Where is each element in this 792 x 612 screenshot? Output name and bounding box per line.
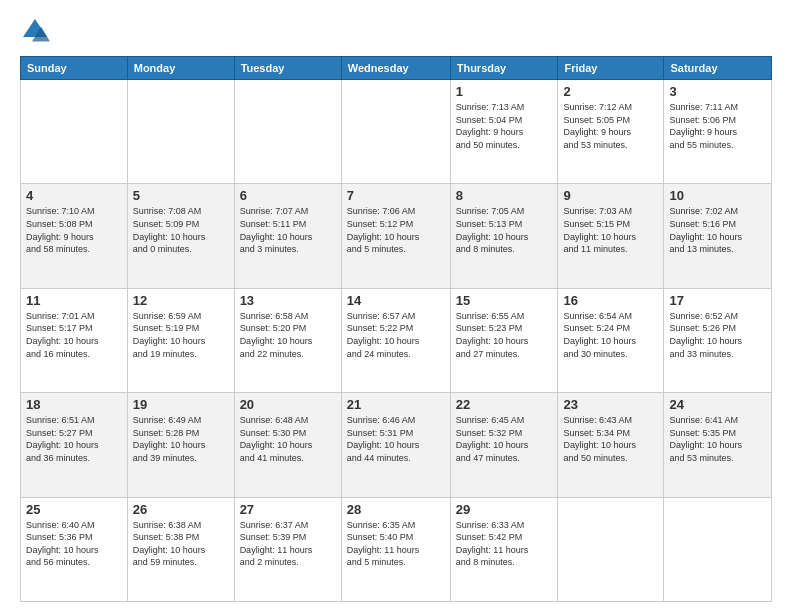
- day-header-thursday: Thursday: [450, 57, 558, 80]
- calendar-cell: 8Sunrise: 7:05 AM Sunset: 5:13 PM Daylig…: [450, 184, 558, 288]
- calendar-cell: 15Sunrise: 6:55 AM Sunset: 5:23 PM Dayli…: [450, 288, 558, 392]
- calendar-cell: 22Sunrise: 6:45 AM Sunset: 5:32 PM Dayli…: [450, 393, 558, 497]
- calendar-cell: 23Sunrise: 6:43 AM Sunset: 5:34 PM Dayli…: [558, 393, 664, 497]
- cell-day-number: 3: [669, 84, 766, 99]
- cell-info: Sunrise: 6:43 AM Sunset: 5:34 PM Dayligh…: [563, 414, 658, 464]
- cell-day-number: 8: [456, 188, 553, 203]
- calendar-cell: 17Sunrise: 6:52 AM Sunset: 5:26 PM Dayli…: [664, 288, 772, 392]
- calendar-cell: 27Sunrise: 6:37 AM Sunset: 5:39 PM Dayli…: [234, 497, 341, 601]
- cell-info: Sunrise: 6:48 AM Sunset: 5:30 PM Dayligh…: [240, 414, 336, 464]
- week-row-1: 4Sunrise: 7:10 AM Sunset: 5:08 PM Daylig…: [21, 184, 772, 288]
- cell-day-number: 1: [456, 84, 553, 99]
- cell-day-number: 7: [347, 188, 445, 203]
- calendar-cell: 3Sunrise: 7:11 AM Sunset: 5:06 PM Daylig…: [664, 80, 772, 184]
- calendar-cell: 21Sunrise: 6:46 AM Sunset: 5:31 PM Dayli…: [341, 393, 450, 497]
- cell-info: Sunrise: 7:05 AM Sunset: 5:13 PM Dayligh…: [456, 205, 553, 255]
- day-header-sunday: Sunday: [21, 57, 128, 80]
- cell-info: Sunrise: 6:45 AM Sunset: 5:32 PM Dayligh…: [456, 414, 553, 464]
- calendar-body: 1Sunrise: 7:13 AM Sunset: 5:04 PM Daylig…: [21, 80, 772, 602]
- cell-info: Sunrise: 6:57 AM Sunset: 5:22 PM Dayligh…: [347, 310, 445, 360]
- calendar-cell: [127, 80, 234, 184]
- cell-day-number: 21: [347, 397, 445, 412]
- calendar-cell: 28Sunrise: 6:35 AM Sunset: 5:40 PM Dayli…: [341, 497, 450, 601]
- cell-day-number: 22: [456, 397, 553, 412]
- calendar-header: SundayMondayTuesdayWednesdayThursdayFrid…: [21, 57, 772, 80]
- cell-day-number: 18: [26, 397, 122, 412]
- cell-info: Sunrise: 6:52 AM Sunset: 5:26 PM Dayligh…: [669, 310, 766, 360]
- cell-day-number: 11: [26, 293, 122, 308]
- cell-info: Sunrise: 7:08 AM Sunset: 5:09 PM Dayligh…: [133, 205, 229, 255]
- day-header-saturday: Saturday: [664, 57, 772, 80]
- week-row-0: 1Sunrise: 7:13 AM Sunset: 5:04 PM Daylig…: [21, 80, 772, 184]
- cell-info: Sunrise: 6:46 AM Sunset: 5:31 PM Dayligh…: [347, 414, 445, 464]
- header: [20, 16, 772, 46]
- cell-info: Sunrise: 6:58 AM Sunset: 5:20 PM Dayligh…: [240, 310, 336, 360]
- calendar-cell: 11Sunrise: 7:01 AM Sunset: 5:17 PM Dayli…: [21, 288, 128, 392]
- cell-day-number: 28: [347, 502, 445, 517]
- cell-info: Sunrise: 6:59 AM Sunset: 5:19 PM Dayligh…: [133, 310, 229, 360]
- cell-info: Sunrise: 6:41 AM Sunset: 5:35 PM Dayligh…: [669, 414, 766, 464]
- calendar-cell: 16Sunrise: 6:54 AM Sunset: 5:24 PM Dayli…: [558, 288, 664, 392]
- cell-day-number: 23: [563, 397, 658, 412]
- cell-day-number: 20: [240, 397, 336, 412]
- calendar-cell: 18Sunrise: 6:51 AM Sunset: 5:27 PM Dayli…: [21, 393, 128, 497]
- calendar-cell: 1Sunrise: 7:13 AM Sunset: 5:04 PM Daylig…: [450, 80, 558, 184]
- calendar-cell: [664, 497, 772, 601]
- logo-icon: [20, 16, 50, 46]
- calendar-cell: 7Sunrise: 7:06 AM Sunset: 5:12 PM Daylig…: [341, 184, 450, 288]
- calendar-cell: 5Sunrise: 7:08 AM Sunset: 5:09 PM Daylig…: [127, 184, 234, 288]
- calendar-cell: 14Sunrise: 6:57 AM Sunset: 5:22 PM Dayli…: [341, 288, 450, 392]
- cell-day-number: 26: [133, 502, 229, 517]
- calendar-cell: 10Sunrise: 7:02 AM Sunset: 5:16 PM Dayli…: [664, 184, 772, 288]
- calendar-cell: 4Sunrise: 7:10 AM Sunset: 5:08 PM Daylig…: [21, 184, 128, 288]
- calendar-cell: [21, 80, 128, 184]
- calendar-cell: 20Sunrise: 6:48 AM Sunset: 5:30 PM Dayli…: [234, 393, 341, 497]
- cell-info: Sunrise: 6:54 AM Sunset: 5:24 PM Dayligh…: [563, 310, 658, 360]
- day-header-monday: Monday: [127, 57, 234, 80]
- cell-info: Sunrise: 7:02 AM Sunset: 5:16 PM Dayligh…: [669, 205, 766, 255]
- cell-info: Sunrise: 7:12 AM Sunset: 5:05 PM Dayligh…: [563, 101, 658, 151]
- page: SundayMondayTuesdayWednesdayThursdayFrid…: [0, 0, 792, 612]
- calendar: SundayMondayTuesdayWednesdayThursdayFrid…: [20, 56, 772, 602]
- cell-day-number: 6: [240, 188, 336, 203]
- calendar-cell: 25Sunrise: 6:40 AM Sunset: 5:36 PM Dayli…: [21, 497, 128, 601]
- calendar-cell: 9Sunrise: 7:03 AM Sunset: 5:15 PM Daylig…: [558, 184, 664, 288]
- cell-info: Sunrise: 6:51 AM Sunset: 5:27 PM Dayligh…: [26, 414, 122, 464]
- calendar-cell: [234, 80, 341, 184]
- cell-day-number: 15: [456, 293, 553, 308]
- cell-day-number: 13: [240, 293, 336, 308]
- cell-day-number: 4: [26, 188, 122, 203]
- cell-info: Sunrise: 6:37 AM Sunset: 5:39 PM Dayligh…: [240, 519, 336, 569]
- day-header-tuesday: Tuesday: [234, 57, 341, 80]
- week-row-4: 25Sunrise: 6:40 AM Sunset: 5:36 PM Dayli…: [21, 497, 772, 601]
- cell-info: Sunrise: 7:01 AM Sunset: 5:17 PM Dayligh…: [26, 310, 122, 360]
- cell-info: Sunrise: 7:10 AM Sunset: 5:08 PM Dayligh…: [26, 205, 122, 255]
- logo: [20, 16, 56, 46]
- calendar-cell: [341, 80, 450, 184]
- cell-info: Sunrise: 7:03 AM Sunset: 5:15 PM Dayligh…: [563, 205, 658, 255]
- cell-day-number: 29: [456, 502, 553, 517]
- cell-day-number: 16: [563, 293, 658, 308]
- week-row-3: 18Sunrise: 6:51 AM Sunset: 5:27 PM Dayli…: [21, 393, 772, 497]
- cell-info: Sunrise: 7:06 AM Sunset: 5:12 PM Dayligh…: [347, 205, 445, 255]
- cell-day-number: 27: [240, 502, 336, 517]
- calendar-cell: 19Sunrise: 6:49 AM Sunset: 5:28 PM Dayli…: [127, 393, 234, 497]
- calendar-cell: [558, 497, 664, 601]
- cell-day-number: 25: [26, 502, 122, 517]
- calendar-cell: 29Sunrise: 6:33 AM Sunset: 5:42 PM Dayli…: [450, 497, 558, 601]
- day-header-wednesday: Wednesday: [341, 57, 450, 80]
- cell-info: Sunrise: 6:49 AM Sunset: 5:28 PM Dayligh…: [133, 414, 229, 464]
- cell-day-number: 10: [669, 188, 766, 203]
- cell-day-number: 19: [133, 397, 229, 412]
- cell-info: Sunrise: 6:40 AM Sunset: 5:36 PM Dayligh…: [26, 519, 122, 569]
- calendar-cell: 12Sunrise: 6:59 AM Sunset: 5:19 PM Dayli…: [127, 288, 234, 392]
- cell-day-number: 9: [563, 188, 658, 203]
- cell-info: Sunrise: 6:55 AM Sunset: 5:23 PM Dayligh…: [456, 310, 553, 360]
- cell-day-number: 17: [669, 293, 766, 308]
- calendar-cell: 24Sunrise: 6:41 AM Sunset: 5:35 PM Dayli…: [664, 393, 772, 497]
- cell-day-number: 2: [563, 84, 658, 99]
- day-header-friday: Friday: [558, 57, 664, 80]
- calendar-cell: 6Sunrise: 7:07 AM Sunset: 5:11 PM Daylig…: [234, 184, 341, 288]
- cell-info: Sunrise: 7:13 AM Sunset: 5:04 PM Dayligh…: [456, 101, 553, 151]
- cell-day-number: 14: [347, 293, 445, 308]
